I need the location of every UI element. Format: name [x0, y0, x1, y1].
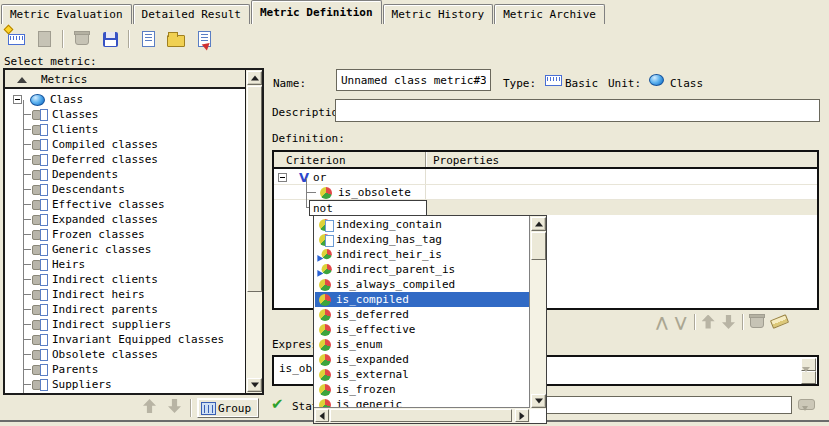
tab-detailed-result[interactable]: Detailed Result [133, 4, 250, 24]
metric-icon [32, 199, 49, 211]
collapse-expander-icon[interactable] [13, 95, 22, 104]
or-operator-button[interactable]: ⋁ [675, 314, 687, 330]
dropdown-item[interactable]: is_external [315, 367, 530, 382]
scroll-left-button[interactable] [315, 409, 329, 422]
dropdown-item[interactable]: indexing_contain [315, 217, 530, 232]
valid-check-icon: ✔ [271, 395, 284, 413]
dropdown-item[interactable]: is_frozen [315, 382, 530, 397]
expression-scroll-down-button[interactable] [801, 371, 816, 384]
tree-vertical-scrollbar[interactable] [245, 70, 262, 393]
delete-metric-button[interactable] [72, 29, 92, 49]
name-label: Name: [273, 77, 306, 90]
tree-item[interactable]: Indirect parents [32, 302, 258, 317]
tree-item[interactable]: Compiled classes [32, 137, 258, 152]
scrollbar-thumb[interactable] [247, 86, 262, 292]
tree-item[interactable]: Dependents [32, 167, 258, 182]
tree-item[interactable]: Classes [32, 107, 258, 122]
move-metric-down-button[interactable] [168, 399, 181, 413]
criterion-arrow-icon [322, 264, 332, 274]
scrollbar-thumb[interactable] [531, 232, 546, 260]
tab-metric-archive[interactable]: Metric Archive [494, 4, 605, 24]
scroll-right-button[interactable] [515, 409, 529, 422]
clear-definition-button[interactable] [771, 317, 788, 326]
criterion-row-label: or [313, 171, 326, 184]
tree-item[interactable]: Indirect suppliers [32, 317, 258, 332]
tree-item-class-root[interactable]: Class [13, 92, 239, 107]
scroll-up-button[interactable] [247, 71, 262, 85]
metric-icon [32, 124, 49, 136]
group-toggle-button[interactable]: Group [197, 398, 259, 418]
tree-item[interactable]: Deferred classes [32, 152, 258, 167]
collapse-expander-icon[interactable] [278, 173, 287, 182]
dropdown-item[interactable]: indirect_parent_is [315, 262, 530, 277]
dropdown-horizontal-scrollbar[interactable] [314, 407, 530, 423]
tree-item[interactable]: Indirect clients [32, 272, 258, 287]
dropdown-item-selected[interactable]: is_compiled [315, 292, 530, 307]
toolbar-separator [62, 30, 64, 48]
tree-item[interactable]: Clients [32, 122, 258, 137]
export-metrics-button[interactable] [194, 29, 214, 49]
tree-item[interactable]: Invariant Equipped classes [32, 332, 258, 347]
criterion-page-icon [319, 234, 331, 246]
tree-item[interactable]: Expanded classes [32, 212, 258, 227]
scroll-down-button[interactable] [531, 394, 546, 408]
criterion-table-header: Criterion Properties [274, 152, 817, 169]
dropdown-item[interactable]: is_always_compiled [315, 277, 530, 292]
separator [190, 399, 191, 417]
tree-item-clipped[interactable]: Unnamed class metric#3 [32, 392, 258, 395]
move-criterion-down-button[interactable] [722, 315, 735, 329]
tree-item[interactable]: Frozen classes [32, 227, 258, 242]
scroll-down-button[interactable] [247, 378, 262, 392]
criterion-row-is-obsolete[interactable]: is_obsolete [320, 185, 411, 200]
floppy-disk-icon [103, 32, 118, 47]
export-document-icon [198, 31, 211, 47]
description-input[interactable] [335, 99, 820, 122]
move-criterion-up-button[interactable] [702, 315, 715, 329]
dropdown-item[interactable]: is_effective [315, 322, 530, 337]
column-separator[interactable] [425, 152, 426, 167]
dropdown-item[interactable]: is_expanded [315, 352, 530, 367]
metric-name-input[interactable] [336, 69, 491, 91]
scrollbar-thumb[interactable] [330, 409, 512, 422]
eraser-icon [770, 314, 789, 329]
tree-item[interactable]: Descendants [32, 182, 258, 197]
dropdown-item[interactable]: indexing_has_tag [315, 232, 530, 247]
criterion-icon [319, 309, 331, 321]
criterion-column-header[interactable]: Criterion [286, 154, 346, 167]
and-operator-button[interactable]: ⋀ [656, 314, 668, 330]
comment-bubble-icon[interactable] [798, 399, 815, 410]
class-unit-icon [649, 74, 664, 86]
save-metric-button[interactable] [100, 29, 120, 49]
tab-metric-definition[interactable]: Metric Definition [251, 0, 382, 24]
or-operator-icon: V [299, 170, 309, 185]
tree-item[interactable]: Generic classes [32, 242, 258, 257]
class-unit-icon [30, 94, 45, 106]
dropdown-item[interactable]: indirect_heir_is [315, 247, 530, 262]
metric-icon [32, 244, 49, 256]
scroll-up-button[interactable] [531, 217, 546, 231]
tree-item[interactable]: Obsolete classes [32, 347, 258, 362]
tree-item[interactable]: Effective classes [32, 197, 258, 212]
dropdown-item[interactable]: is_enum [315, 337, 530, 352]
move-metric-up-button[interactable] [143, 399, 156, 413]
criterion-row-or[interactable]: V or [278, 170, 326, 185]
tree-column-header[interactable]: Metrics [5, 70, 245, 89]
copy-metric-button[interactable] [34, 29, 54, 49]
delete-criterion-button[interactable] [750, 316, 764, 328]
dropdown-vertical-scrollbar[interactable] [529, 216, 546, 409]
criterion-dropdown-list: indexing_contain indexing_has_tag indire… [313, 215, 547, 424]
tree-item[interactable]: Heirs [32, 257, 258, 272]
dropdown-item[interactable]: is_deferred [315, 307, 530, 322]
open-metric-file-button[interactable] [166, 29, 186, 49]
tree-item[interactable]: Suppliers [32, 377, 258, 392]
properties-column-header[interactable]: Properties [433, 154, 499, 167]
tab-metric-evaluation[interactable]: Metric Evaluation [1, 4, 132, 24]
tree-item[interactable]: Indirect heirs [32, 287, 258, 302]
criterion-row-label: is_obsolete [338, 186, 411, 199]
new-metric-button[interactable] [6, 29, 26, 49]
load-metrics-button[interactable] [138, 29, 158, 49]
metric-icon [32, 184, 49, 196]
criterion-edit-combo[interactable]: not [309, 200, 427, 216]
tree-item[interactable]: Parents [32, 362, 258, 377]
tab-metric-history[interactable]: Metric History [383, 4, 494, 24]
